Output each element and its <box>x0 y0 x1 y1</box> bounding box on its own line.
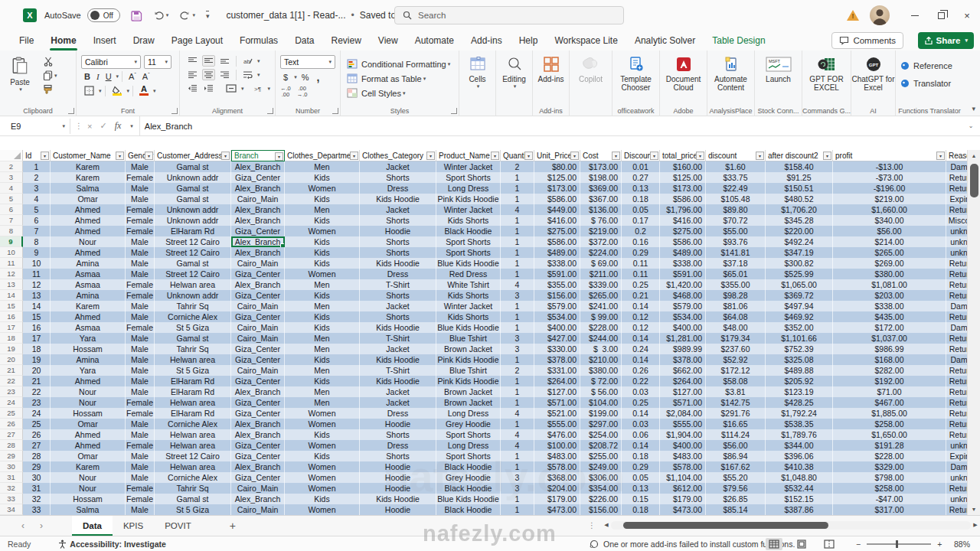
cell[interactable]: Pink Kids Hoodie <box>436 376 501 386</box>
cell[interactable]: $172.12 <box>706 365 766 376</box>
cell[interactable]: Shorts <box>360 311 436 322</box>
customize-quick-access-button[interactable]: ▾ <box>206 11 210 20</box>
cell[interactable]: ElHaram Rd <box>155 408 231 419</box>
cell[interactable]: $291.76 <box>706 408 766 419</box>
cell[interactable]: $158.40 <box>766 161 833 172</box>
ribbon-tab-workspace-lite[interactable]: Workspace Lite <box>546 31 626 51</box>
cell[interactable]: $476.00 <box>534 429 580 440</box>
cell[interactable]: Kids <box>285 172 360 183</box>
cell[interactable]: Winter Jacket <box>436 204 501 215</box>
cell[interactable]: 0.12 <box>622 311 660 322</box>
cell[interactable]: Cairo_Main <box>231 504 285 515</box>
cell[interactable]: 0.29 <box>622 247 660 258</box>
row-header-12[interactable]: 12 <box>0 269 23 279</box>
ribbon-tab-insert[interactable]: Insert <box>85 31 125 51</box>
cell[interactable]: $16.65 <box>706 419 766 429</box>
cell[interactable]: $1,904.00 <box>660 429 706 440</box>
cell[interactable]: $1,789.76 <box>766 429 833 440</box>
cell[interactable]: 4 <box>501 429 534 440</box>
cell[interactable]: Giza_Center <box>231 290 285 301</box>
cell[interactable]: 4 <box>501 279 534 290</box>
cell[interactable]: Giza_Center <box>231 472 285 483</box>
cell[interactable]: $555.00 <box>534 419 580 429</box>
cell[interactable]: $989.99 <box>660 344 706 354</box>
cell[interactable]: Dress <box>360 408 436 419</box>
cell[interactable]: Jacket <box>360 161 436 172</box>
cell[interactable]: Ahmed <box>51 311 126 322</box>
cell[interactable]: $352.00 <box>766 322 833 333</box>
cell[interactable]: Sport Shorts <box>436 236 501 247</box>
cell[interactable]: Karem <box>51 461 126 472</box>
cell[interactable]: 28 <box>23 451 51 461</box>
row-header-24[interactable]: 24 <box>0 397 23 408</box>
cell[interactable]: $428.25 <box>766 397 833 408</box>
filter-button[interactable]: ▾ <box>491 152 499 160</box>
cell[interactable]: White Tshirt <box>436 279 501 290</box>
cell[interactable]: 2 <box>501 365 534 376</box>
cell[interactable]: 4 <box>23 194 51 204</box>
cell[interactable]: 0.27 <box>622 172 660 183</box>
cell[interactable]: $210.00 <box>580 354 622 365</box>
cell[interactable]: $586.00 <box>660 194 706 204</box>
cell[interactable]: Cairo_Main <box>231 301 285 311</box>
underline-button[interactable]: U <box>103 72 115 81</box>
middle-align-button[interactable] <box>202 55 215 67</box>
cell[interactable]: 1 <box>501 494 534 504</box>
cell[interactable]: $ 72.00 <box>580 376 622 386</box>
cell[interactable]: $525.99 <box>766 269 833 279</box>
cell[interactable]: $468.00 <box>660 290 706 301</box>
cell[interactable]: Shorts <box>360 290 436 301</box>
cell[interactable]: 0.05 <box>622 472 660 483</box>
copy-button[interactable]: ▾ <box>43 70 57 80</box>
cell[interactable]: $571.00 <box>660 397 706 408</box>
increase-decimal-button[interactable]: ←.0.00 <box>280 86 291 98</box>
cell[interactable]: Salma <box>51 183 126 194</box>
cell[interactable]: Unknown addr <box>155 290 231 301</box>
cell[interactable]: $52.92 <box>706 354 766 365</box>
cell[interactable]: Gamal st <box>155 194 231 204</box>
cell[interactable]: 30 <box>23 472 51 483</box>
cell[interactable]: Black Hoodie <box>436 504 501 515</box>
zoom-slider-thumb[interactable] <box>896 540 898 548</box>
bottom-align-button[interactable] <box>218 55 231 67</box>
cell[interactable]: $410.38 <box>766 461 833 472</box>
cell[interactable]: Alex_Branch <box>231 461 285 472</box>
font-color-button[interactable]: A <box>138 84 150 97</box>
cell[interactable]: Female <box>126 215 155 226</box>
cell[interactable]: $555.00 <box>660 419 706 429</box>
cell[interactable]: $986.99 <box>833 344 946 354</box>
cell[interactable]: Tahrir Sq <box>155 483 231 494</box>
cell[interactable]: $ 99.00 <box>580 311 622 322</box>
column-header-quantity[interactable]: Quantity▾ <box>501 150 534 161</box>
cell[interactable]: 11 <box>23 269 51 279</box>
cell[interactable]: Male <box>126 472 155 483</box>
cell[interactable]: $449.00 <box>534 204 580 215</box>
cell[interactable]: $344.00 <box>766 440 833 451</box>
cell[interactable]: 0.14 <box>622 354 660 365</box>
cell[interactable]: $579.00 <box>534 301 580 311</box>
cell[interactable]: 0.01 <box>622 161 660 172</box>
cell[interactable]: 25 <box>23 419 51 429</box>
cell[interactable]: $489.00 <box>534 247 580 258</box>
filter-button[interactable]: ▾ <box>145 152 153 160</box>
cell[interactable]: $254.00 <box>580 429 622 440</box>
cell[interactable]: 2 <box>501 161 534 172</box>
cell[interactable]: Alex_Branch <box>231 215 285 226</box>
formula-input[interactable]: Alex_Branch <box>139 116 962 135</box>
row-header-16[interactable]: 16 <box>0 311 23 322</box>
font-name-select[interactable]: Calibri▾ <box>81 55 141 69</box>
filter-button[interactable]: ▾ <box>275 152 283 161</box>
cell[interactable]: $79.56 <box>706 483 766 494</box>
cell[interactable]: $1,650.00 <box>833 429 946 440</box>
cell[interactable]: Men <box>285 204 360 215</box>
zoom-slider[interactable] <box>867 543 931 545</box>
clipboard-dialog-launcher[interactable] <box>68 108 74 114</box>
align-left-button[interactable] <box>186 69 199 80</box>
merge-center-button[interactable] <box>224 83 238 94</box>
text-direction-button[interactable]: >¶ <box>252 83 265 94</box>
currency-format-button[interactable]: $ <box>280 73 291 82</box>
scroll-right-arrow[interactable]: ▶ <box>971 522 980 528</box>
cell[interactable]: $380.00 <box>580 365 622 376</box>
cell[interactable]: $33.75 <box>706 172 766 183</box>
cell[interactable]: 0.21 <box>622 290 660 301</box>
